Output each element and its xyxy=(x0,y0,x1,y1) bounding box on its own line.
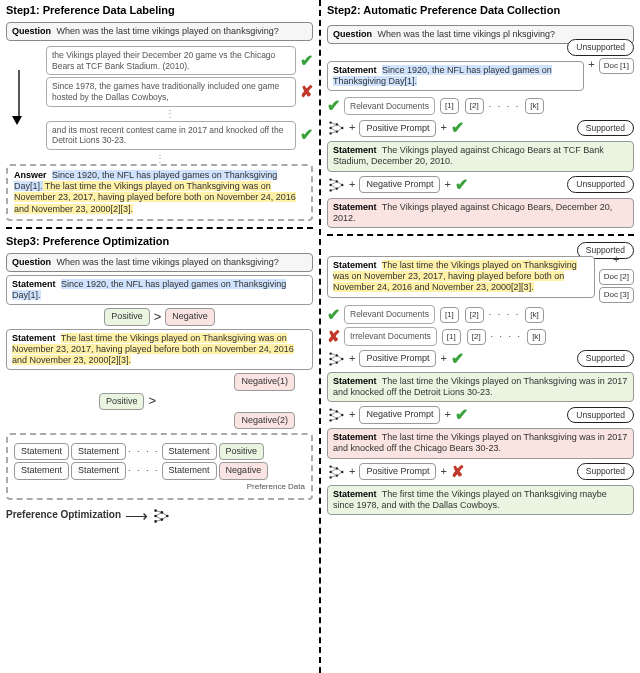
right-column: Step2: Automatic Preference Data Collect… xyxy=(321,0,640,673)
svg-line-56 xyxy=(331,415,337,419)
statement-label: Statement xyxy=(333,432,377,442)
left-column: Step1: Preference Data Labeling Question… xyxy=(0,0,321,673)
statement-label: Statement xyxy=(333,145,377,155)
vertical-dots: ⋮ xyxy=(6,154,313,164)
arrow-down-icon xyxy=(12,116,22,125)
svg-line-21 xyxy=(331,132,337,134)
step3-question-box: Question When was the last time vikings … xyxy=(6,253,313,272)
preference-data-box: Statement Statement · · · · Statement Po… xyxy=(6,433,313,500)
stmt-chip: Statement xyxy=(162,462,217,479)
candidate-2: Since 1978, the games have traditionally… xyxy=(46,77,296,106)
question-label: Question xyxy=(12,257,51,267)
h-dots: · · · · xyxy=(128,446,160,457)
svg-line-11 xyxy=(162,516,167,520)
positive-pill: Positive xyxy=(99,393,145,410)
plus-icon: + xyxy=(349,408,355,422)
svg-line-31 xyxy=(331,181,337,185)
supported-bubble: Supported xyxy=(577,463,634,480)
svg-line-10 xyxy=(162,512,167,516)
vertical-dots: ⋮ xyxy=(26,109,313,119)
step1-question-text: When was the last time vikings played on… xyxy=(57,26,279,36)
svg-line-70 xyxy=(337,468,342,472)
stmt-chip: Statement xyxy=(71,443,126,460)
svg-point-13 xyxy=(329,127,331,129)
neg-result-2-text: The last time the Vikings played on Than… xyxy=(333,432,627,453)
check-icon: ✔ xyxy=(451,118,464,138)
svg-point-49 xyxy=(329,414,331,416)
negative-pill: Negative xyxy=(165,308,215,325)
network-icon xyxy=(327,350,345,368)
idx-2: [2] xyxy=(465,98,484,114)
network-icon xyxy=(327,119,345,137)
comparison-row-2a: Negative(1) xyxy=(6,373,313,390)
step3-question-text: When was the last time vikings played on… xyxy=(57,257,279,267)
arrow-stem xyxy=(18,70,20,116)
svg-line-22 xyxy=(337,125,342,129)
statement-label: Statement xyxy=(333,260,377,270)
svg-line-58 xyxy=(337,411,342,415)
svg-line-55 xyxy=(331,411,337,415)
h-dots: · · · · xyxy=(491,331,523,342)
plus-icon: + xyxy=(444,178,450,192)
svg-line-34 xyxy=(337,181,342,185)
statement-label: Statement xyxy=(12,279,56,289)
question-label: Question xyxy=(333,29,372,39)
stmt-chip: Statement xyxy=(162,443,217,460)
candidate-1: the Vikings played their December 20 gam… xyxy=(46,46,296,75)
pos-result-3: Statement The first time the Vikings pla… xyxy=(327,485,634,516)
check-icon: ✔ xyxy=(327,305,340,325)
step1-title: Step1: Preference Data Labeling xyxy=(6,4,313,18)
step2-title: Step2: Automatic Preference Data Collect… xyxy=(327,4,634,18)
negative-prompt-pill: Negative Prompt xyxy=(359,406,440,423)
gt-sign: > xyxy=(154,309,162,325)
svg-line-23 xyxy=(337,128,342,132)
step2-question-text: When was the last time vikings pl nksgiv… xyxy=(378,29,556,39)
svg-point-61 xyxy=(329,470,331,472)
svg-line-71 xyxy=(337,472,342,476)
svg-line-35 xyxy=(337,185,342,189)
network-icon xyxy=(152,507,170,525)
svg-line-20 xyxy=(331,128,337,132)
plus-icon: + xyxy=(613,253,619,267)
network-icon xyxy=(327,176,345,194)
pos-result-1: Statement The Vikings played against Chi… xyxy=(327,141,634,172)
svg-line-54 xyxy=(331,410,337,412)
svg-point-36 xyxy=(329,352,331,354)
cross-icon: ✘ xyxy=(451,462,464,482)
negative1-pill: Negative(1) xyxy=(234,373,295,390)
unsupported-bubble: Unsupported xyxy=(567,176,634,193)
gt-sign: > xyxy=(148,393,156,409)
neg-result-2: Statement The last time the Vikings play… xyxy=(327,428,634,459)
idx-k: [k] xyxy=(525,307,543,323)
pref-opt-label: Preference Optimization xyxy=(6,509,121,522)
pos-result-2-text: The last time the Vikings played on Than… xyxy=(333,376,627,397)
negative-prompt-pill: Negative Prompt xyxy=(359,176,440,193)
step3-title: Step3: Preference Optimization xyxy=(6,235,313,249)
negative-pill: Negative xyxy=(219,462,269,479)
h-dots: · · · · xyxy=(489,101,521,112)
check-icon: ✔ xyxy=(300,51,313,71)
comparison-row-1: Positive > Negative xyxy=(6,308,313,325)
svg-line-66 xyxy=(331,466,337,468)
answer-part-yellow: The last time the Vikings played on Than… xyxy=(14,181,296,214)
svg-line-7 xyxy=(156,512,162,516)
plus-icon: + xyxy=(588,58,594,72)
step1-question-box: Question When was the last time vikings … xyxy=(6,22,313,41)
question-label: Question xyxy=(12,26,51,36)
step3-stmt-yellow: Statement The last time the Vikings play… xyxy=(6,329,313,371)
svg-point-62 xyxy=(329,476,331,478)
svg-line-46 xyxy=(337,355,342,359)
idx-k: [k] xyxy=(525,98,543,114)
step2-stmt-yellow: Statement The last time the Vikings play… xyxy=(327,256,595,298)
stmt-chip: Statement xyxy=(14,443,69,460)
svg-line-30 xyxy=(331,179,337,181)
svg-line-67 xyxy=(331,468,337,472)
section-separator xyxy=(6,227,313,229)
idx-1: [1] xyxy=(440,307,459,323)
idx-1: [1] xyxy=(442,329,461,345)
answer-label: Answer xyxy=(14,170,47,180)
svg-line-43 xyxy=(331,355,337,359)
neg-result-1: Statement The Vikings played against Chi… xyxy=(327,198,634,229)
network-icon xyxy=(327,463,345,481)
svg-point-60 xyxy=(329,465,331,467)
